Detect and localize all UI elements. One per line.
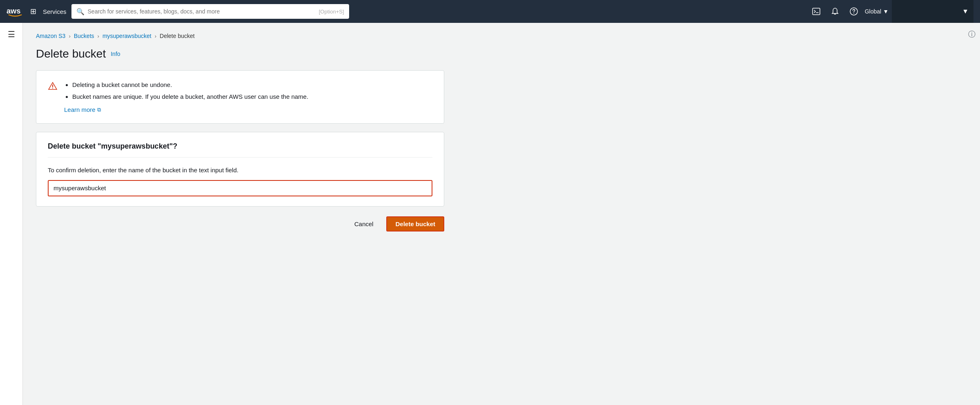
warning-box: Deleting a bucket cannot be undone. Buck… [36, 70, 444, 124]
chevron-down-icon: ▼ [883, 8, 889, 15]
search-shortcut: [Option+S] [319, 9, 344, 15]
breadcrumb-buckets[interactable]: Buckets [74, 33, 94, 39]
terminal-icon [812, 7, 821, 16]
sidebar: ☰ [0, 23, 23, 405]
main-content: Amazon S3 › Buckets › mysuperawsbucket ›… [23, 23, 964, 405]
svg-rect-1 [813, 8, 820, 15]
bell-icon-button[interactable] [827, 5, 843, 18]
bucket-name-input[interactable] [48, 180, 432, 196]
cancel-button[interactable]: Cancel [348, 217, 380, 231]
external-link-icon: ⧉ [97, 107, 101, 113]
warning-content: Deleting a bucket cannot be undone. Buck… [64, 80, 308, 113]
page-info-icon[interactable]: ⓘ [968, 29, 976, 39]
breadcrumb-current: Delete bucket [160, 33, 195, 39]
action-bar: Cancel Delete bucket [36, 216, 444, 231]
breadcrumb-sep-3: › [155, 33, 156, 39]
warning-item-2: Bucket names are unique. If you delete a… [72, 92, 308, 102]
region-selector[interactable]: Global ▼ [865, 8, 889, 15]
learn-more-text: Learn more [64, 106, 96, 113]
svg-point-4 [52, 88, 53, 89]
breadcrumb: Amazon S3 › Buckets › mysuperawsbucket ›… [36, 33, 951, 39]
search-icon: 🔍 [76, 8, 85, 16]
warning-triangle-icon [48, 81, 58, 93]
confirm-title: Delete bucket "mysuperawsbucket"? [48, 142, 432, 158]
page-title: Delete bucket [36, 47, 106, 60]
warning-item-1: Deleting a bucket cannot be undone. [72, 80, 308, 90]
account-bar[interactable]: ▼ [892, 0, 973, 23]
region-label: Global [865, 8, 881, 15]
services-nav-label[interactable]: Services [43, 8, 67, 15]
delete-bucket-button[interactable]: Delete bucket [386, 216, 444, 231]
svg-point-3 [853, 13, 854, 13]
search-input[interactable] [88, 8, 316, 15]
aws-logo[interactable]: aws [7, 6, 24, 17]
help-icon-button[interactable] [846, 5, 862, 18]
page-layout: ☰ Amazon S3 › Buckets › mysuperawsbucket… [0, 23, 980, 405]
hamburger-menu-icon[interactable]: ☰ [8, 29, 15, 39]
warning-list: Deleting a bucket cannot be undone. Buck… [64, 80, 308, 101]
bell-icon [831, 7, 840, 16]
page-header: Delete bucket Info [36, 47, 951, 60]
info-link[interactable]: Info [111, 51, 120, 57]
nav-right-icons: Global ▼ ▼ [808, 0, 973, 23]
top-navigation: aws ⊞ Services 🔍 [Option+S] [0, 0, 980, 23]
svg-text:aws: aws [7, 7, 20, 15]
grid-icon[interactable]: ⊞ [29, 5, 38, 18]
terminal-icon-button[interactable] [808, 5, 824, 18]
confirm-description: To confirm deletion, enter the name of t… [48, 166, 432, 175]
breadcrumb-sep-2: › [98, 33, 99, 39]
breadcrumb-amazon-s3[interactable]: Amazon S3 [36, 33, 65, 39]
learn-more-link[interactable]: Learn more ⧉ [64, 106, 101, 113]
confirm-box: Delete bucket "mysuperawsbucket"? To con… [36, 132, 444, 207]
breadcrumb-sep-1: › [69, 33, 70, 39]
search-bar[interactable]: 🔍 [Option+S] [71, 4, 349, 19]
account-chevron-icon: ▼ [962, 8, 969, 15]
breadcrumb-bucket-name[interactable]: mysuperawsbucket [102, 33, 151, 39]
question-mark-icon [849, 7, 858, 16]
